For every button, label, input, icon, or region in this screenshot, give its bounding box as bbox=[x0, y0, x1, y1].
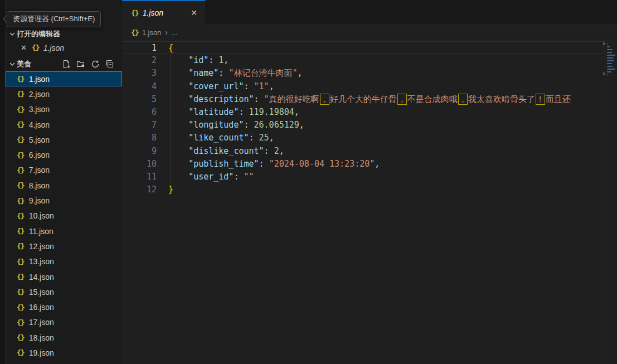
code-text: "publish_time": "2024-08-04 13:23:20", bbox=[157, 158, 617, 171]
file-name: 8.json bbox=[29, 181, 50, 190]
new-folder-icon[interactable] bbox=[75, 59, 86, 70]
line-number[interactable]: 9 bbox=[122, 145, 157, 158]
code-editor[interactable]: 1{2 "id": 1,3 "name": "林记台湾牛肉面",4 "cover… bbox=[122, 40, 617, 364]
line-number[interactable]: 3 bbox=[122, 67, 157, 80]
activity-bar[interactable] bbox=[0, 0, 6, 364]
minimap-line bbox=[607, 74, 608, 75]
file-item[interactable]: {}11.json bbox=[6, 224, 122, 239]
code-line[interactable]: 10 "publish_time": "2024-08-04 13:23:20"… bbox=[122, 158, 617, 171]
overview-ruler-mark bbox=[603, 72, 605, 75]
code-line[interactable]: 2 "id": 1, bbox=[122, 54, 617, 67]
file-name: 4.json bbox=[29, 120, 50, 129]
json-file-icon: {} bbox=[17, 303, 25, 312]
line-number[interactable]: 10 bbox=[122, 158, 157, 171]
line-number[interactable]: 7 bbox=[122, 119, 157, 132]
minimap-line bbox=[607, 66, 613, 67]
json-file-icon: {} bbox=[17, 135, 25, 144]
file-item[interactable]: {}16.json bbox=[6, 299, 122, 314]
tab-close-icon[interactable]: ✕ bbox=[188, 7, 200, 18]
refresh-icon[interactable] bbox=[90, 59, 101, 70]
json-file-icon: {} bbox=[17, 242, 25, 250]
file-item[interactable]: {}10.json bbox=[6, 208, 122, 224]
minimap[interactable] bbox=[605, 40, 617, 364]
code-line[interactable]: 6 "latitude": 119.19804, bbox=[122, 106, 617, 119]
line-number[interactable]: 1 bbox=[122, 42, 157, 54]
line-number[interactable]: 5 bbox=[122, 93, 157, 106]
json-file-icon: {} bbox=[17, 166, 25, 174]
folder-section-header[interactable]: 美食 bbox=[6, 56, 122, 71]
file-item[interactable]: {}15.json bbox=[6, 284, 122, 299]
code-line[interactable]: 7 "longitude": 26.065129, bbox=[122, 119, 617, 132]
json-file-icon: {} bbox=[17, 333, 25, 342]
line-number[interactable]: 4 bbox=[122, 80, 157, 93]
new-file-icon[interactable] bbox=[61, 59, 72, 70]
code-text: "like_count": 25, bbox=[157, 132, 617, 144]
line-number[interactable]: 11 bbox=[122, 171, 157, 183]
file-item[interactable]: {}17.json bbox=[6, 315, 122, 330]
tab-label: 1.json bbox=[143, 8, 163, 17]
json-file-icon: {} bbox=[17, 348, 25, 357]
file-list: {}1.json{}2.json{}3.json{}4.json{}5.json… bbox=[6, 71, 122, 364]
explorer-sidebar: 打开的编辑器 ✕ {} 1.json 美食 bbox=[6, 0, 122, 364]
file-name: 6.json bbox=[29, 151, 50, 159]
json-file-icon: {} bbox=[17, 120, 25, 129]
file-item[interactable]: {}8.json bbox=[6, 178, 122, 193]
file-item[interactable]: {}9.json bbox=[6, 193, 122, 208]
json-file-icon: {} bbox=[17, 90, 25, 98]
chevron-down-icon bbox=[8, 30, 17, 38]
json-file-icon: {} bbox=[17, 288, 25, 296]
breadcrumb: {} 1.json › ... bbox=[122, 25, 617, 40]
code-text: "id": 1, bbox=[157, 54, 617, 67]
file-item[interactable]: {}14.json bbox=[6, 269, 122, 284]
file-item[interactable]: {}3.json bbox=[6, 102, 122, 117]
file-name: 17.json bbox=[29, 318, 54, 327]
file-item[interactable]: {}1.json bbox=[6, 71, 122, 86]
file-item[interactable]: {}7.json bbox=[6, 163, 122, 178]
open-editor-item[interactable]: ✕ {} 1.json bbox=[6, 40, 122, 55]
code-line[interactable]: 9 "dislike_count": 2, bbox=[122, 145, 617, 158]
line-number[interactable]: 8 bbox=[122, 132, 157, 144]
close-icon[interactable]: ✕ bbox=[21, 43, 31, 52]
file-name: 3.json bbox=[29, 105, 50, 114]
json-file-icon: {} bbox=[131, 28, 139, 37]
minimap-line bbox=[607, 43, 608, 45]
breadcrumb-more[interactable]: ... bbox=[172, 28, 178, 37]
file-item[interactable]: {}18.json bbox=[6, 330, 122, 345]
json-file-icon: {} bbox=[17, 212, 25, 220]
file-item[interactable]: {}19.json bbox=[6, 345, 122, 360]
code-line[interactable]: 3 "name": "林记台湾牛肉面", bbox=[122, 67, 617, 80]
code-line[interactable]: 11 "user_id": "" bbox=[122, 171, 617, 183]
code-line[interactable]: 1{ bbox=[122, 41, 617, 54]
json-file-icon: {} bbox=[17, 197, 25, 205]
code-line[interactable]: 4 "cover_url": "1", bbox=[122, 80, 617, 93]
code-line[interactable]: 12} bbox=[122, 183, 617, 196]
minimap-line bbox=[607, 63, 612, 64]
file-item[interactable]: {}2.json bbox=[6, 86, 122, 101]
file-item-partial[interactable]: {} bbox=[6, 361, 122, 364]
file-name: 13.json bbox=[29, 257, 54, 266]
file-item[interactable]: {}5.json bbox=[6, 132, 122, 147]
breadcrumb-file[interactable]: 1.json bbox=[142, 28, 162, 37]
file-name: 11.json bbox=[29, 227, 54, 236]
chevron-down-icon bbox=[8, 60, 17, 69]
code-line[interactable]: 5 "description": "真的很好吃啊，好几个大的牛仔骨，不是合成肉哦… bbox=[122, 93, 617, 106]
code-line[interactable]: 8 "like_count": 25, bbox=[122, 132, 617, 144]
line-number[interactable]: 2 bbox=[122, 54, 157, 67]
json-file-icon: {} bbox=[17, 318, 25, 327]
file-item[interactable]: {}12.json bbox=[6, 239, 122, 254]
file-name: 1.json bbox=[29, 75, 50, 84]
file-item[interactable]: {}4.json bbox=[6, 117, 122, 132]
line-number[interactable]: 6 bbox=[122, 106, 157, 119]
json-file-icon: {} bbox=[17, 258, 25, 266]
file-item[interactable]: {}6.json bbox=[6, 147, 122, 162]
line-number[interactable]: 12 bbox=[122, 183, 157, 196]
folder-actions bbox=[61, 59, 122, 70]
collapse-all-icon[interactable] bbox=[104, 59, 115, 70]
json-file-icon: {} bbox=[17, 273, 25, 281]
code-lines[interactable]: 1{2 "id": 1,3 "name": "林记台湾牛肉面",4 "cover… bbox=[122, 41, 617, 196]
minimap-line bbox=[607, 55, 615, 56]
code-text: "name": "林记台湾牛肉面", bbox=[157, 67, 617, 80]
file-item[interactable]: {}13.json bbox=[6, 254, 122, 269]
tab-1json[interactable]: {} 1.json ✕ bbox=[122, 0, 206, 25]
open-editors-section-header[interactable]: 打开的编辑器 bbox=[6, 28, 122, 40]
